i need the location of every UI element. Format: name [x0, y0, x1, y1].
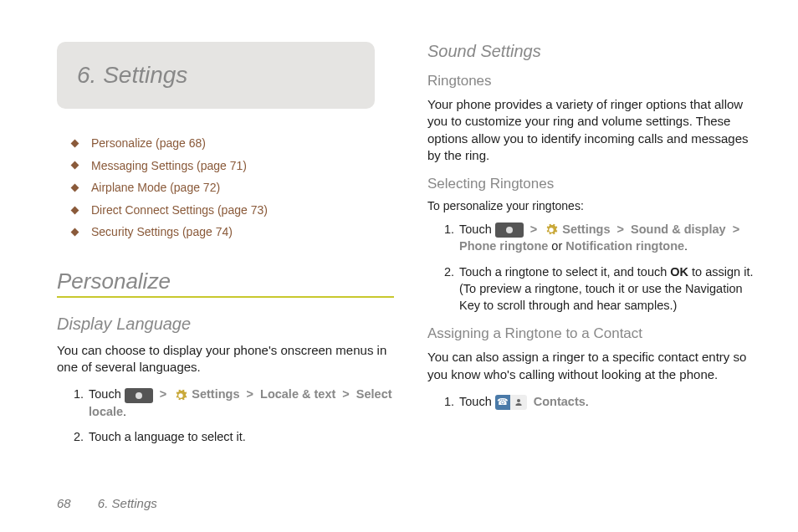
display-language-steps: Touch > Settings > Locale & text > Selec…: [87, 386, 394, 445]
toc-label: Security Settings (page 74): [91, 221, 233, 243]
or-text: or: [548, 239, 565, 253]
period: .: [123, 405, 126, 418]
right-column: Sound Settings Ringtones Your phone prov…: [427, 42, 765, 453]
page-columns: 6. Settings Personalize (page 68) Messag…: [57, 42, 765, 453]
chevron-right-icon: >: [243, 387, 257, 401]
toc-item: Messaging Settings (page 71): [72, 155, 394, 177]
chapter-title-box: 6. Settings: [57, 42, 375, 109]
diamond-icon: [71, 139, 79, 147]
toc-list: Personalize (page 68) Messaging Settings…: [72, 132, 394, 243]
notification-ringtone-label: Notification ringtone: [565, 239, 684, 253]
toc-label: Airplane Mode (page 72): [91, 176, 220, 199]
assigning-ringtone-steps: Touch ☎ Contacts.: [458, 393, 765, 410]
diamond-icon: [71, 228, 79, 237]
page-footer: 68 6. Settings: [57, 496, 157, 510]
ringtones-heading: Ringtones: [427, 73, 765, 90]
toc-label: Messaging Settings (page 71): [91, 155, 247, 177]
apps-icon: [495, 223, 524, 238]
contacts-icon: ☎: [495, 395, 527, 410]
display-language-heading: Display Language: [57, 315, 394, 334]
selecting-ringtones-heading: Selecting Ringtones: [427, 176, 765, 192]
chevron-right-icon: >: [527, 223, 540, 236]
settings-label: Settings: [562, 223, 610, 236]
step-text: Touch: [89, 387, 125, 401]
phone-ringtone-label: Phone ringtone: [459, 239, 548, 253]
assigning-ringtone-body: You can also assign a ringer to a specif…: [427, 349, 765, 383]
gear-icon: [173, 388, 188, 403]
period: .: [586, 395, 589, 408]
step-item: Touch a ringtone to select it, and touch…: [458, 263, 765, 315]
personalize-heading: Personalize: [57, 269, 394, 298]
sound-display-label: Sound & display: [631, 223, 726, 236]
display-language-body: You can choose to display your phone's o…: [57, 342, 394, 376]
toc-item: Security Settings (page 74): [72, 221, 394, 243]
toc-label: Direct Connect Settings (page 73): [91, 199, 268, 222]
locale-text-label: Locale & text: [260, 387, 335, 401]
diamond-icon: [71, 184, 79, 192]
chevron-right-icon: >: [339, 387, 352, 401]
footer-chapter-ref: 6. Settings: [98, 496, 157, 510]
step-text: Touch: [459, 395, 495, 408]
toc-label: Personalize (page 68): [91, 132, 206, 155]
toc-item: Airplane Mode (page 72): [72, 176, 394, 199]
step-item: Touch ☎ Contacts.: [458, 393, 765, 410]
selecting-ringtones-lead: To personalize your ringtones:: [427, 199, 765, 212]
settings-label: Settings: [192, 387, 239, 401]
chevron-right-icon: >: [156, 387, 170, 401]
step-item: Touch a language to select it.: [87, 428, 394, 445]
step-item: Touch > Settings > Sound & display > Pho…: [458, 221, 765, 255]
chevron-right-icon: >: [614, 223, 627, 236]
selecting-ringtones-steps: Touch > Settings > Sound & display > Pho…: [458, 221, 765, 314]
toc-item: Direct Connect Settings (page 73): [72, 199, 394, 222]
gear-icon: [544, 223, 559, 238]
apps-icon: [125, 388, 153, 403]
chevron-right-icon: >: [729, 223, 743, 236]
period: .: [684, 239, 688, 253]
step-text: Touch a ringtone to select it, and touch: [459, 265, 670, 279]
chapter-title: 6. Settings: [77, 62, 358, 89]
diamond-icon: [71, 206, 79, 214]
sound-settings-heading: Sound Settings: [427, 42, 765, 61]
assigning-ringtone-heading: Assigning a Ringtone to a Contact: [427, 325, 765, 342]
step-item: Touch > Settings > Locale & text > Selec…: [87, 386, 394, 420]
step-text: Touch: [459, 223, 495, 236]
left-column: 6. Settings Personalize (page 68) Messag…: [57, 42, 394, 453]
toc-item: Personalize (page 68): [72, 132, 394, 155]
ok-label: OK: [670, 265, 688, 279]
page-number: 68: [57, 496, 71, 510]
ringtones-body: Your phone provides a variety of ringer …: [427, 96, 765, 164]
diamond-icon: [71, 161, 79, 170]
contacts-label: Contacts: [534, 395, 586, 408]
